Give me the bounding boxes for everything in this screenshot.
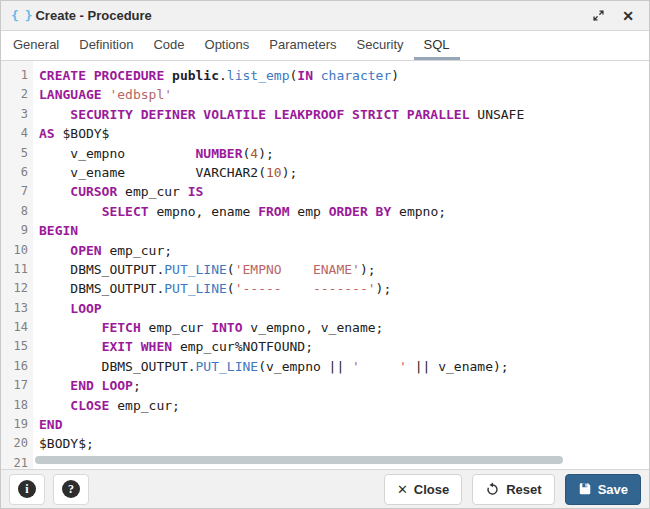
line-number: 18 — [1, 396, 33, 415]
editor-gutter: 123456789101112131415161718192021 — [1, 61, 33, 471]
line-number: 20 — [1, 434, 33, 453]
tab-parameters[interactable]: Parameters — [259, 31, 346, 60]
tab-definition[interactable]: Definition — [69, 31, 143, 60]
dialog-title: Create - Procedure — [35, 8, 151, 23]
line-number: 8 — [1, 202, 33, 221]
code-line: DBMS_OUTPUT.PUT_LINE('EMPNO ENAME'); — [39, 260, 649, 279]
dialog-header: { } Create - Procedure ✕ — [1, 1, 649, 31]
code-line: LOOP — [39, 299, 649, 318]
tab-sql[interactable]: SQL — [414, 31, 460, 60]
reset-icon — [485, 482, 500, 497]
line-number: 4 — [1, 124, 33, 143]
code-line: END LOOP; — [39, 376, 649, 395]
code-line: $BODY$; — [39, 434, 649, 453]
save-icon — [578, 482, 592, 496]
save-button[interactable]: Save — [565, 474, 641, 505]
info-button[interactable]: i — [9, 474, 45, 505]
code-line: LANGUAGE 'edbspl' — [39, 85, 649, 104]
line-number: 6 — [1, 163, 33, 182]
save-button-label: Save — [598, 482, 628, 497]
maximize-icon[interactable] — [587, 5, 609, 27]
horizontal-scrollbar[interactable] — [35, 456, 563, 464]
info-icon: i — [18, 480, 36, 498]
code-line: OPEN emp_cur; — [39, 241, 649, 260]
code-line: v_ename VARCHAR2(10); — [39, 163, 649, 182]
close-button[interactable]: ✕ Close — [384, 474, 462, 505]
dialog-footer: i ? ✕ Close Reset Save — [1, 469, 649, 508]
code-line: v_empno NUMBER(4); — [39, 144, 649, 163]
code-line: CREATE PROCEDURE public.list_emp(IN char… — [39, 66, 649, 85]
tab-general[interactable]: General — [3, 31, 69, 60]
line-number: 10 — [1, 241, 33, 260]
help-icon: ? — [62, 480, 80, 498]
line-number: 13 — [1, 299, 33, 318]
line-number: 9 — [1, 221, 33, 240]
tab-bar: GeneralDefinitionCodeOptionsParametersSe… — [1, 31, 649, 61]
code-line: BEGIN — [39, 221, 649, 240]
line-number: 12 — [1, 279, 33, 298]
code-line: FETCH emp_cur INTO v_empno, v_ename; — [39, 318, 649, 337]
line-number: 15 — [1, 337, 33, 356]
line-number: 14 — [1, 318, 33, 337]
line-number: 3 — [1, 105, 33, 124]
line-number: 19 — [1, 415, 33, 434]
line-number: 16 — [1, 357, 33, 376]
code-line: DBMS_OUTPUT.PUT_LINE(v_empno || ' ' || v… — [39, 357, 649, 376]
procedure-icon: { } — [11, 8, 31, 23]
code-line: SELECT empno, ename FROM emp ORDER BY em… — [39, 202, 649, 221]
line-number: 11 — [1, 260, 33, 279]
tab-code[interactable]: Code — [143, 31, 194, 60]
sql-editor[interactable]: 123456789101112131415161718192021 CREATE… — [1, 61, 649, 471]
tab-security[interactable]: Security — [347, 31, 414, 60]
close-icon[interactable]: ✕ — [617, 5, 639, 27]
tab-options[interactable]: Options — [195, 31, 260, 60]
code-line: CLOSE emp_cur; — [39, 396, 649, 415]
line-number: 7 — [1, 182, 33, 201]
editor-code[interactable]: CREATE PROCEDURE public.list_emp(IN char… — [33, 61, 649, 471]
close-x-icon: ✕ — [397, 482, 408, 497]
code-line: SECURITY DEFINER VOLATILE LEAKPROOF STRI… — [39, 105, 649, 124]
code-line: DBMS_OUTPUT.PUT_LINE('----- -------'); — [39, 279, 649, 298]
line-number: 5 — [1, 144, 33, 163]
code-line: EXIT WHEN emp_cur%NOTFOUND; — [39, 337, 649, 356]
code-line: CURSOR emp_cur IS — [39, 182, 649, 201]
line-number: 2 — [1, 85, 33, 104]
code-line: END — [39, 415, 649, 434]
close-button-label: Close — [414, 482, 449, 497]
line-number: 1 — [1, 66, 33, 85]
line-number: 17 — [1, 376, 33, 395]
help-button[interactable]: ? — [53, 474, 89, 505]
reset-button[interactable]: Reset — [472, 474, 554, 505]
reset-button-label: Reset — [506, 482, 541, 497]
code-line: AS $BODY$ — [39, 124, 649, 143]
